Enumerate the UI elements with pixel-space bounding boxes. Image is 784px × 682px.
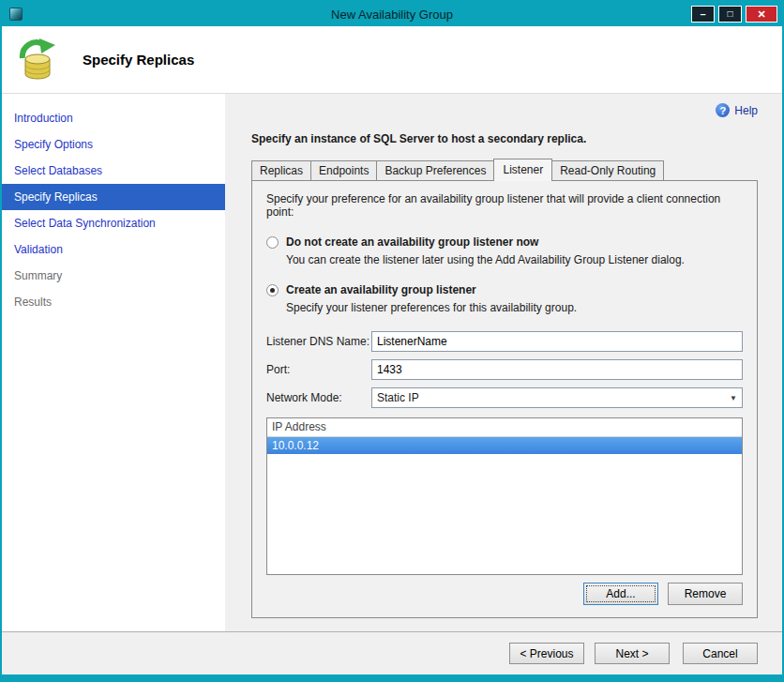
tab-listener[interactable]: Listener <box>493 159 552 181</box>
tab-replicas[interactable]: Replicas <box>251 160 311 180</box>
network-mode-dropdown[interactable]: Static IP ▼ <box>371 387 743 408</box>
sidebar-item-introduction[interactable]: Introduction <box>2 105 225 131</box>
window-controls: – □ ✕ <box>691 6 777 23</box>
network-mode-value: Static IP <box>377 391 419 404</box>
wizard-header: Specify Replicas <box>2 26 782 94</box>
ip-address-row[interactable]: 10.0.0.12 <box>267 437 742 454</box>
radio-row-create-listener: Create an availability group listener <box>266 283 743 296</box>
create-listener-radio-label[interactable]: Create an availability group listener <box>286 283 476 296</box>
tab-read-only-routing[interactable]: Read-Only Routing <box>551 160 664 180</box>
sidebar-item-specify-options[interactable]: Specify Options <box>2 131 225 158</box>
wizard-body: Introduction Specify Options Select Data… <box>2 94 782 631</box>
network-mode-label: Network Mode: <box>266 391 371 404</box>
listener-intro-text: Specify your preference for an availabil… <box>266 192 743 219</box>
remove-button[interactable]: Remove <box>668 583 743 605</box>
close-icon: ✕ <box>757 9 765 20</box>
main-panel: ? Help Specify an instance of SQL Server… <box>225 94 782 631</box>
chevron-down-icon: ▼ <box>725 388 742 407</box>
port-row: Port: <box>266 359 743 380</box>
help-link[interactable]: Help <box>734 104 758 117</box>
dns-name-input[interactable] <box>371 331 743 352</box>
create-listener-description: Specify your listener preferences for th… <box>286 301 743 314</box>
minimize-button[interactable]: – <box>691 6 715 23</box>
sidebar-item-specify-replicas[interactable]: Specify Replicas <box>2 184 225 210</box>
window-title: New Availability Group <box>2 8 782 22</box>
tab-backup-preferences[interactable]: Backup Preferences <box>376 160 494 180</box>
availability-group-icon <box>15 38 60 83</box>
radio-row-no-listener: Do not create an availability group list… <box>266 235 743 249</box>
sidebar-item-select-databases[interactable]: Select Databases <box>2 158 225 184</box>
network-mode-row: Network Mode: Static IP ▼ <box>266 387 743 408</box>
page-title: Specify Replicas <box>83 52 194 68</box>
wizard-footer: < Previous Next > Cancel <box>2 631 782 674</box>
port-label: Port: <box>266 363 371 376</box>
create-listener-radio[interactable] <box>266 284 279 296</box>
window-bottom-border <box>2 674 782 680</box>
maximize-icon: □ <box>727 9 732 19</box>
tab-endpoints[interactable]: Endpoints <box>310 160 377 180</box>
new-availability-group-window: New Availability Group – □ ✕ Spe <box>0 0 784 682</box>
tab-panel-listener: Specify your preference for an availabil… <box>251 180 758 618</box>
minimize-icon: – <box>700 9 705 20</box>
maximize-button[interactable]: □ <box>718 6 742 23</box>
sidebar-item-select-data-synchronization[interactable]: Select Data Synchronization <box>2 210 225 236</box>
close-button[interactable]: ✕ <box>746 6 777 23</box>
dns-name-label: Listener DNS Name: <box>266 335 371 348</box>
ip-list-actions: Add... Remove <box>266 583 743 605</box>
no-listener-radio-label[interactable]: Do not create an availability group list… <box>286 235 538 249</box>
no-listener-radio[interactable] <box>266 236 279 249</box>
sidebar-item-results: Results <box>2 289 225 315</box>
dns-name-row: Listener DNS Name: <box>266 331 743 352</box>
titlebar: New Availability Group – □ ✕ <box>2 2 782 26</box>
next-button[interactable]: Next > <box>595 643 670 664</box>
port-input[interactable] <box>371 359 743 380</box>
cancel-button[interactable]: Cancel <box>683 643 758 664</box>
help-row: ? Help <box>251 103 758 117</box>
tabstrip: Replicas Endpoints Backup Preferences Li… <box>251 159 758 180</box>
no-listener-description: You can create the listener later using … <box>286 253 743 266</box>
instruction-text: Specify an instance of SQL Server to hos… <box>251 132 758 145</box>
sidebar-item-summary: Summary <box>2 263 225 289</box>
wizard-steps-sidebar: Introduction Specify Options Select Data… <box>2 94 225 631</box>
ip-address-column-header: IP Address <box>267 418 742 437</box>
add-button[interactable]: Add... <box>583 583 658 605</box>
previous-button[interactable]: < Previous <box>509 643 584 664</box>
sidebar-item-validation[interactable]: Validation <box>2 236 225 263</box>
ip-address-list[interactable]: IP Address 10.0.0.12 <box>266 417 743 575</box>
help-icon: ? <box>716 103 730 117</box>
